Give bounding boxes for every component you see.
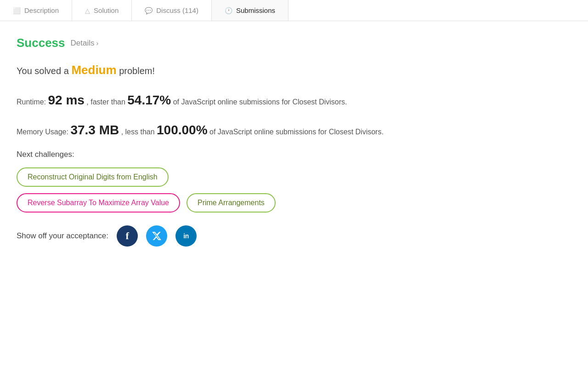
next-challenges-label: Next challenges: [17,150,571,159]
challenges-row-2: Reverse Subarray To Maximize Array Value… [17,193,571,213]
facebook-icon: f [125,230,129,242]
difficulty-label: Medium [71,63,116,77]
details-label: Details [71,39,95,48]
solved-suffix-text: problem! [119,66,155,76]
solved-prefix: You solved a [17,66,69,76]
memory-stat: Memory Usage: 37.3 MB , less than 100.00… [17,120,571,141]
tab-description[interactable]: ⬜ Description [0,0,72,21]
tab-solution-label: Solution [94,6,119,14]
challenges-row-1: Reconstruct Original Digits from English [17,167,571,187]
success-row: Success Details › [17,36,571,50]
submissions-icon: 🕐 [225,7,232,14]
linkedin-share-button[interactable]: in [175,225,197,247]
tab-submissions-label: Submissions [236,6,275,14]
tab-submissions[interactable]: 🕐 Submissions [212,0,288,21]
memory-separator: , less than [121,128,155,136]
facebook-share-button[interactable]: f [117,225,138,247]
tab-bar: ⬜ Description △ Solution 💬 Discuss (114)… [0,0,588,21]
challenge-prime[interactable]: Prime Arrangements [187,193,276,213]
tab-discuss[interactable]: 💬 Discuss (114) [132,0,212,21]
details-link[interactable]: Details › [71,39,99,48]
solution-icon: △ [85,7,90,14]
memory-label: Memory Usage: [17,128,68,136]
twitter-icon [152,231,162,241]
runtime-label: Runtime: [17,98,46,106]
share-row: Show off your acceptance: f in [17,225,571,247]
tab-spacer [288,0,588,21]
twitter-share-button[interactable] [146,225,167,247]
share-label: Show off your acceptance: [17,231,108,241]
linkedin-icon: in [183,232,188,240]
tab-discuss-label: Discuss (114) [156,6,198,14]
chevron-icon: › [96,40,99,47]
solved-line: You solved a Medium problem! [17,63,571,77]
description-icon: ⬜ [13,7,21,14]
memory-percent-text: 100.00% [157,123,208,137]
runtime-value-text: 92 ms [48,93,84,107]
runtime-separator: , faster than [86,98,125,106]
memory-value-text: 37.3 MB [70,123,119,137]
tab-description-label: Description [24,6,59,14]
challenge-reconstruct[interactable]: Reconstruct Original Digits from English [17,167,169,187]
main-content: Success Details › You solved a Medium pr… [0,21,588,261]
memory-suffix-text: of JavaScript online submissions for Clo… [209,128,384,136]
discuss-icon: 💬 [145,7,153,14]
challenge-reverse[interactable]: Reverse Subarray To Maximize Array Value [17,193,180,213]
runtime-suffix-text: of JavaScript online submissions for Clo… [173,98,347,106]
runtime-percent-text: 54.17% [127,93,171,107]
success-label: Success [17,36,65,50]
tab-solution[interactable]: △ Solution [72,0,132,21]
runtime-stat: Runtime: 92 ms , faster than 54.17% of J… [17,90,571,111]
